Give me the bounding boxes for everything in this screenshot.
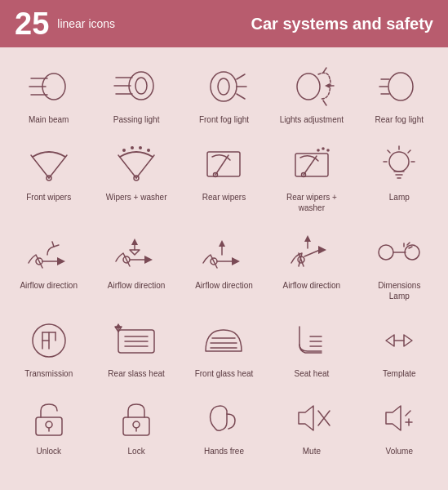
icon-lock [107, 394, 166, 443]
icon-label-wipers-washer: Wipers + washer [106, 192, 167, 203]
icon-cell-seat-heat: Seat heat [269, 310, 353, 384]
svg-marker-107 [386, 406, 401, 430]
icon-cell-transmission: Transmission [7, 310, 91, 384]
svg-point-30 [131, 146, 134, 149]
icon-label-front-glass-heat: Front glass heat [195, 368, 254, 379]
icon-cell-rear-wipers: Rear wipers [182, 133, 266, 218]
icon-cell-template: Template [357, 310, 441, 384]
svg-marker-56 [144, 256, 153, 264]
icon-label-mute: Mute [303, 446, 321, 457]
svg-line-108 [406, 411, 410, 416]
icon-airflow-4 [282, 228, 341, 277]
svg-line-74 [407, 243, 410, 245]
icon-cell-airflow-2: Airflow direction [94, 221, 178, 306]
svg-point-29 [122, 149, 126, 152]
svg-point-41 [326, 149, 330, 152]
svg-line-17 [323, 100, 326, 105]
icon-airflow-3 [194, 228, 253, 277]
svg-point-70 [379, 245, 393, 260]
svg-marker-95 [386, 335, 394, 346]
icon-label-lights-adjustment: Lights adjustment [280, 114, 344, 125]
icon-cell-airflow-1: Airflow direction [7, 221, 91, 306]
header-number: 25 [15, 8, 49, 39]
svg-line-38 [304, 156, 317, 175]
svg-line-11 [237, 74, 245, 79]
icon-label-airflow-2: Airflow direction [108, 280, 166, 291]
icon-cell-front-glass-heat: Front glass heat [182, 310, 266, 384]
icon-label-main-beam: Main beam [29, 114, 69, 125]
icon-label-airflow-3: Airflow direction [195, 280, 253, 291]
icon-lamp [370, 140, 428, 189]
icon-label-seat-heat: Seat heat [294, 368, 329, 379]
icon-label-lock: Lock [128, 446, 145, 457]
header-subtitle: linear icons [57, 17, 242, 30]
icon-seat-heat [282, 316, 341, 365]
svg-point-9 [211, 72, 237, 101]
icon-cell-rear-glass-heat: Rear slass heat [94, 310, 178, 384]
icon-transmission [20, 316, 78, 365]
icon-label-volume: Volume [386, 446, 413, 457]
icon-cell-volume: Volume [357, 387, 441, 461]
svg-point-8 [135, 78, 147, 94]
svg-marker-62 [232, 257, 240, 265]
icon-label-airflow-1: Airflow direction [20, 280, 78, 291]
icon-cell-airflow-3: Airflow direction [182, 221, 266, 306]
svg-line-28 [136, 155, 154, 178]
icon-passing-light [107, 62, 166, 111]
svg-marker-53 [57, 257, 65, 265]
header-title: Car systems and safety [251, 15, 433, 33]
svg-point-40 [322, 147, 325, 150]
icon-cell-airflow-4: Airflow direction [269, 221, 353, 306]
icon-mute [282, 394, 341, 443]
icon-cell-mute: Mute [269, 387, 353, 461]
icon-cell-main-beam: Main beam [7, 56, 91, 130]
icon-label-passing-light: Passing light [113, 114, 160, 125]
svg-line-46 [388, 150, 390, 153]
icon-dimensions-lamp [370, 228, 428, 277]
icon-airflow-2 [107, 228, 166, 277]
icon-cell-passing-light: Passing light [94, 56, 178, 130]
icon-cell-dimensions-lamp: Dimensions Lamp [357, 221, 441, 306]
icon-grid: Main beam Passing light Front fog light … [0, 47, 448, 470]
icon-cell-hands-free: Hands free [182, 387, 266, 461]
icon-label-rear-glass-heat: Rear slass heat [108, 368, 164, 379]
icon-label-lamp: Lamp [389, 192, 410, 203]
icon-rear-wipers [194, 140, 253, 189]
icon-front-glass-heat [194, 316, 253, 365]
icon-hands-free [194, 394, 253, 443]
svg-marker-59 [131, 238, 138, 245]
icon-volume [370, 394, 428, 443]
svg-marker-57 [130, 250, 140, 255]
icon-wipers-washer [107, 140, 166, 189]
svg-marker-104 [299, 406, 313, 430]
icon-airflow-1 [20, 228, 78, 277]
icon-label-transmission: Transmission [24, 368, 73, 379]
svg-point-39 [317, 149, 320, 152]
svg-line-25 [49, 155, 67, 178]
icon-unlock [20, 394, 78, 443]
icon-label-rear-wipers: Rear wipers [202, 192, 246, 203]
icon-label-template: Template [383, 368, 416, 379]
svg-line-15 [323, 68, 326, 73]
svg-line-13 [237, 94, 245, 99]
icon-cell-front-fog-light: Front fog light [182, 56, 266, 130]
icon-rear-wipers-washer [282, 140, 341, 189]
svg-point-31 [139, 146, 142, 149]
icon-main-beam [20, 62, 78, 111]
svg-rect-101 [123, 417, 149, 435]
icon-label-airflow-4: Airflow direction [283, 280, 341, 291]
svg-point-7 [129, 72, 153, 100]
svg-line-27 [118, 155, 136, 178]
icon-label-dimensions-lamp: Dimensions Lamp [366, 280, 432, 301]
icon-cell-rear-fog-light: Rear fog light [357, 56, 441, 130]
icon-cell-lock: Lock [94, 387, 178, 461]
icon-label-front-wipers: Front wipers [26, 192, 71, 203]
svg-marker-69 [304, 235, 311, 242]
svg-point-10 [218, 78, 229, 95]
svg-marker-67 [318, 246, 326, 254]
icon-label-rear-fog-light: Rear fog light [375, 114, 424, 125]
icon-label-rear-wipers-washer: Rear wipers + washer [279, 192, 344, 213]
icon-rear-fog-light [370, 62, 428, 111]
svg-point-99 [46, 421, 52, 428]
svg-line-24 [31, 155, 49, 178]
